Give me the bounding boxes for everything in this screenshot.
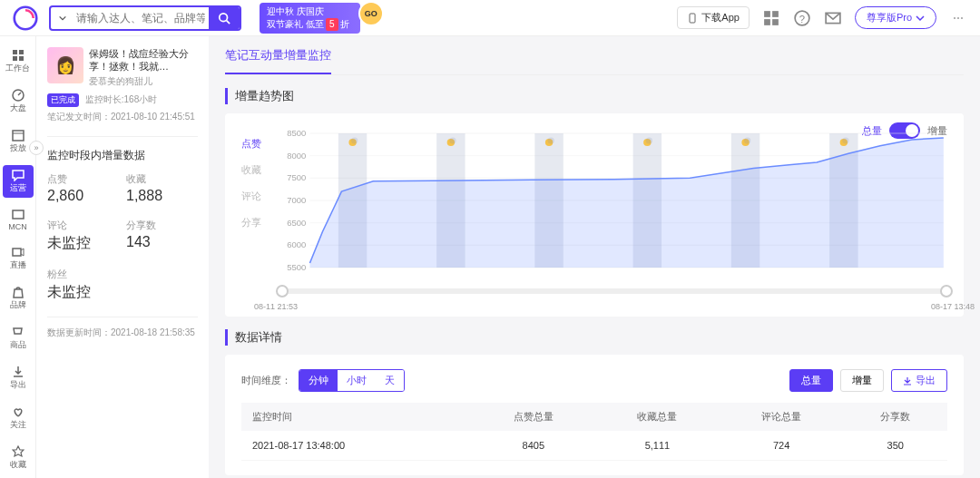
data-detail-title: 数据详情 [225,329,964,346]
stat-label: 分享数 [126,219,198,232]
nav-item-cart[interactable]: 商品 [3,322,34,355]
more-icon[interactable]: ⋯ [949,9,967,27]
stats-section-title: 监控时段内增量数据 [47,136,198,163]
stat-value-fans: 未监控 [47,283,119,302]
pro-button[interactable]: 尊享版Pro [855,6,936,29]
gran-button-小时[interactable]: 小时 [338,370,376,391]
slider-handle-start[interactable] [276,285,289,298]
svg-rect-16 [13,131,24,141]
metric-tab-2[interactable]: 评论 [241,190,276,203]
refresh-time: 2021-08-18 21:58:35 [111,327,195,337]
time-range-slider[interactable]: 08-11 21:53 08-17 13:48 [281,282,947,300]
note-author: 爱慕美的狗甜儿 [89,75,198,88]
gran-button-分钟[interactable]: 分钟 [299,370,338,391]
metric-tab-1[interactable]: 收藏 [241,163,276,177]
svg-text:7500: 7500 [287,174,306,183]
chevron-down-icon [916,14,925,23]
svg-text:7000: 7000 [287,196,306,205]
svg-rect-14 [19,56,24,61]
metric-tab-3[interactable]: 分享 [241,216,276,229]
svg-text:8000: 8000 [287,151,306,161]
export-icon [903,376,912,385]
nav-item-grid[interactable]: 工作台 [3,45,34,78]
left-nav: » 工作台大盘投放运营MCN直播品牌商品导出关注收藏购买研究 [0,36,36,478]
search-button[interactable] [209,7,240,29]
table-header: 点赞总量 [472,403,596,431]
promo-banner[interactable]: 迎中秋 庆国庆 双节豪礼 低至5折 GO [260,3,360,34]
stat-value-comments: 未监控 [47,234,119,253]
nav-item-video[interactable]: 直播 [3,242,34,275]
svg-text:8500: 8500 [287,129,306,138]
refresh-label: 数据更新时间 [47,327,102,337]
mail-icon[interactable] [824,9,842,27]
tab-interaction-monitor[interactable]: 笔记互动量增量监控 [225,47,331,74]
table-header: 分享数 [843,403,947,431]
svg-line-2 [227,20,230,24]
table-header: 收藏总量 [595,403,720,431]
gran-button-天[interactable]: 天 [376,370,404,391]
svg-point-53 [842,138,848,144]
nav-item-download[interactable]: 导出 [3,362,34,395]
svg-rect-5 [772,11,779,17]
export-button[interactable]: 导出 [891,369,947,392]
svg-text:5500: 5500 [287,263,306,272]
trend-line-chart: 5500600065007000750080008500 [281,128,947,273]
svg-point-41 [449,138,456,144]
stat-label: 收藏 [126,172,198,186]
nav-item-bag[interactable]: 品牌 [3,282,34,315]
trend-chart-title: 增量趋势图 [225,88,964,104]
promo-go-icon: GO [358,1,384,26]
monitor-dur-label: 监控时长 [85,94,122,104]
apps-icon[interactable] [762,9,780,27]
monitor-dur: 168小时 [124,94,158,104]
detail-table: 监控时间点赞总量收藏总量评论总量分享数 2021-08-17 13:48:008… [241,403,947,461]
slider-handle-end[interactable] [940,285,953,298]
svg-point-38 [351,138,358,144]
view-total-button[interactable]: 总量 [789,369,833,392]
nav-item-dashboard[interactable]: 大盘 [3,85,34,118]
note-title: 保姆级！战痘经验大分享！拯救！我就… [89,47,198,73]
promo-text: 迎中秋 庆国庆 [267,5,349,18]
metric-tab-0[interactable]: 点赞 [241,137,276,151]
nav-item-chat[interactable]: 运营 [3,165,34,198]
nav-item-star[interactable]: 收藏 [3,442,34,474]
svg-rect-18 [13,210,24,219]
phone-icon [687,13,698,24]
nav-item-calendar[interactable]: 投放 [3,125,34,158]
gran-label: 时间维度： [241,374,291,387]
table-cell: 724 [720,431,844,461]
table-cell: 5,111 [595,431,720,461]
promo-text: 双节豪礼 低至5折 [267,18,349,31]
svg-rect-11 [13,50,17,54]
svg-point-47 [646,138,652,144]
data-detail-card: 时间维度： 分钟小时天 总量 增量 导出 监控时间点赞总量收藏总量评论总量分享数… [225,355,964,475]
nav-expand-button[interactable]: » [29,141,44,155]
trend-chart-card: 总量 增量 点赞收藏评论分享 5500600065007000750080008… [225,113,964,317]
svg-rect-4 [764,11,770,17]
note-side-panel: 👩 保姆级！战痘经验大分享！拯救！我就… 爱慕美的狗甜儿 已完成 监控时长:16… [36,36,209,478]
svg-rect-6 [764,19,770,25]
app-logo[interactable] [13,5,38,31]
download-app-button[interactable]: 下载App [677,6,750,29]
slider-end-label: 08-17 13:48 [931,302,975,311]
pub-label: 笔记发文时间 [47,112,102,122]
search-input[interactable] [73,12,209,24]
nav-item-screen[interactable]: MCN [3,205,34,235]
pub-time: 2021-08-10 21:45:51 [111,112,195,122]
stat-value-likes: 2,860 [47,188,119,204]
table-row: 2021-08-17 13:48:0084055,111724350 [241,431,947,461]
table-cell: 8405 [472,431,596,461]
table-cell: 2021-08-17 13:48:00 [241,431,472,461]
status-badge: 已完成 [47,93,79,107]
note-thumbnail[interactable]: 👩 [47,47,83,83]
view-delta-button[interactable]: 增量 [840,369,884,392]
stat-label: 评论 [47,219,119,232]
svg-text:6500: 6500 [287,219,306,228]
help-icon[interactable]: ? [793,9,811,27]
search-category-dropdown[interactable] [51,14,73,23]
svg-point-44 [548,138,554,144]
svg-text:6000: 6000 [287,241,306,250]
svg-rect-12 [19,50,24,54]
nav-item-heart[interactable]: 关注 [3,402,34,434]
table-header: 监控时间 [241,403,472,431]
